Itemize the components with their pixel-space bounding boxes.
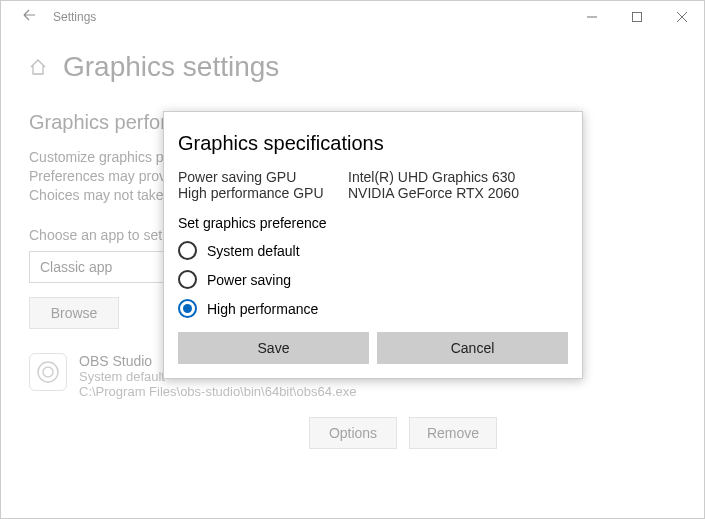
graphics-dialog: Graphics specifications Power saving GPU… xyxy=(163,111,583,379)
gpu-specs: Power saving GPUIntel(R) UHD Graphics 63… xyxy=(178,169,568,201)
radio-icon xyxy=(178,241,197,260)
radio-icon xyxy=(178,299,197,318)
dialog-title: Graphics specifications xyxy=(178,132,568,155)
radio-power-saving[interactable]: Power saving xyxy=(178,270,568,289)
cancel-button[interactable]: Cancel xyxy=(377,332,568,364)
radio-system-default[interactable]: System default xyxy=(178,241,568,260)
save-button[interactable]: Save xyxy=(178,332,369,364)
radio-icon xyxy=(178,270,197,289)
set-preference-label: Set graphics preference xyxy=(178,215,568,231)
radio-high-performance[interactable]: High performance xyxy=(178,299,568,318)
